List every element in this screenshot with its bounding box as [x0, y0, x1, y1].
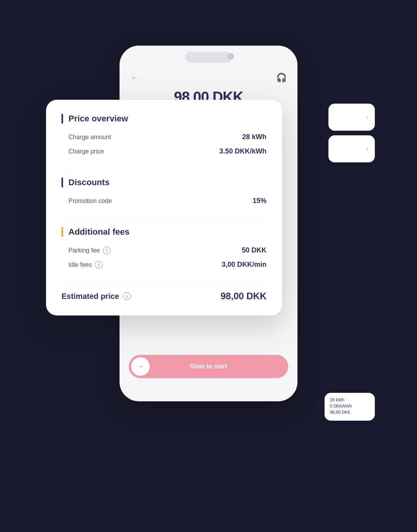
charge-amount-row: Charge amount 28 kWh — [68, 130, 267, 144]
bottom-right-card: 28 kWh 0 DKK/kWh 98,00 DKK — [325, 393, 375, 421]
additional-fees-rows: Parking fee i 50 DKK Idle fees i 3,00 DK… — [62, 243, 267, 272]
phone-notch — [185, 52, 232, 63]
price-overview-bar — [62, 114, 63, 124]
slide-to-start-button[interactable]: → Slide to start — [129, 355, 288, 378]
right-cards-container: › › — [328, 104, 375, 162]
chevron-right-icon-2: › — [367, 145, 369, 152]
parking-fee-info-icon[interactable]: i — [103, 247, 111, 254]
right-card-2[interactable]: › — [328, 135, 375, 162]
charge-price-value: 3.50 DKK/kWh — [219, 147, 267, 155]
bottom-card-charge-amount: 28 kWh — [330, 397, 369, 402]
promotion-code-value: 15% — [253, 197, 267, 205]
parking-fee-label: Parking fee i — [68, 247, 111, 254]
promotion-code-row: Promotion code 15% — [68, 194, 267, 208]
discounts-title: Discounts — [68, 177, 109, 188]
charge-price-label: Charge price — [68, 148, 104, 155]
slide-arrow-icon: → — [137, 363, 144, 371]
price-overview-header: Price overview — [62, 114, 267, 124]
slide-label: Slide to start — [150, 363, 267, 370]
bottom-card-total: 98,00 DKK — [330, 410, 369, 414]
divider-2 — [62, 219, 267, 219]
promotion-code-label: Promotion code — [68, 198, 112, 205]
parking-fee-row: Parking fee i 50 DKK — [68, 243, 267, 257]
estimated-info-icon[interactable]: i — [123, 292, 131, 300]
discounts-bar — [62, 177, 63, 188]
price-overview-section: Price overview Charge amount 28 kWh Char… — [62, 114, 267, 159]
estimated-price-label: Estimated price i — [62, 292, 131, 301]
bottom-card-charge-price: 0 DKK/kWh — [330, 404, 369, 408]
main-price-card: Price overview Charge amount 28 kWh Char… — [46, 100, 282, 315]
back-arrow-icon[interactable]: ← — [130, 73, 139, 83]
divider-3 — [62, 283, 267, 283]
estimated-price-row: Estimated price i 98,00 DKK — [62, 291, 267, 302]
discounts-rows: Promotion code 15% — [62, 194, 267, 208]
charge-amount-value: 28 kWh — [242, 133, 267, 141]
headset-icon[interactable]: 🎧 — [276, 73, 287, 83]
right-card-1[interactable]: › — [328, 104, 375, 131]
discounts-header: Discounts — [62, 177, 267, 188]
idle-fees-label: Idle fees i — [68, 261, 103, 269]
charge-amount-label: Charge amount — [68, 134, 111, 141]
estimated-price-value: 98,00 DKK — [220, 291, 267, 302]
idle-fees-row: Idle fees i 3,00 DKK/min — [68, 257, 267, 272]
scene: ← 🎧 98,00 DKK Estimated price → Slide to… — [34, 34, 383, 498]
parking-fee-value: 50 DKK — [242, 246, 267, 254]
price-overview-title: Price overview — [68, 114, 128, 124]
phone-bottom: → Slide to start — [129, 355, 288, 378]
discounts-section: Discounts Promotion code 15% — [62, 177, 267, 208]
additional-fees-section: Additional fees Parking fee i 50 DKK Idl… — [62, 227, 267, 272]
additional-fees-header: Additional fees — [62, 227, 267, 237]
additional-fees-bar — [62, 227, 63, 237]
additional-fees-title: Additional fees — [68, 227, 130, 237]
price-overview-rows: Charge amount 28 kWh Charge price 3.50 D… — [62, 130, 267, 159]
charge-price-row: Charge price 3.50 DKK/kWh — [68, 144, 267, 159]
chevron-right-icon: › — [367, 114, 369, 121]
phone-camera — [228, 53, 234, 60]
idle-fees-value: 3,00 DKK/min — [222, 261, 267, 269]
idle-fees-info-icon[interactable]: i — [95, 261, 103, 269]
slide-circle: → — [131, 357, 150, 376]
phone-nav: ← 🎧 — [120, 73, 297, 83]
divider-1 — [62, 169, 267, 170]
estimated-label-text: Estimated price — [62, 292, 119, 301]
